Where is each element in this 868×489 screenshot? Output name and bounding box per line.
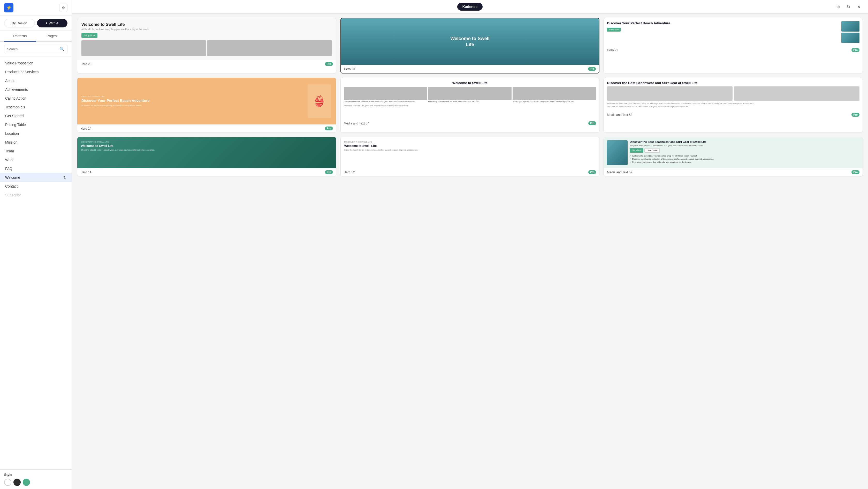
hero14-label: Hero 14 — [81, 127, 92, 131]
hero14-subtitle: At Swell Life, we have everything you ne… — [82, 104, 332, 107]
hero14-pro-badge: Pro — [325, 126, 333, 131]
media52-right: Discover the Best Beachwear and Surf Gea… — [630, 140, 860, 165]
media52-buttons: Shop Now Learn More — [630, 148, 860, 153]
hero21-label: Hero 21 — [607, 48, 618, 52]
style-colors — [4, 479, 67, 486]
bottom1-sub: Shop the latest trends in beachwear, sur… — [81, 149, 333, 151]
hero21-pro-badge: Pro — [851, 48, 860, 52]
topbar: Kadence ⊕ ↻ ✕ — [72, 0, 868, 14]
sidebar-item-achievements[interactable]: Achievements — [0, 85, 71, 94]
hero14-text: WELCOME TO SWELL LIFE Discover Your Perf… — [82, 96, 332, 107]
search-input[interactable] — [7, 47, 57, 51]
sidebar-item-subscribe[interactable]: Subscribe — [0, 191, 71, 200]
media57-img3: Protect your eyes with our stylish sungl… — [513, 87, 596, 103]
card-footer-bottom2: Hero 12 Pro — [341, 168, 599, 176]
card-preview-media52: Discover the Best Beachwear and Surf Gea… — [604, 137, 863, 168]
tab-patterns[interactable]: Patterns — [4, 31, 36, 41]
card-media57[interactable]: Welcome to Swell Life Discover our diver… — [340, 78, 600, 133]
media58-pro-badge: Pro — [851, 113, 860, 117]
hero25-title: Welcome to Swell Life — [82, 22, 332, 27]
tab-row: Patterns Pages — [0, 31, 71, 42]
hero21-title: Discover Your Perfect Beach Adventure — [607, 21, 839, 25]
card-footer-bottom1: Hero 11 Pro — [77, 168, 336, 176]
sidebar-item-get-started[interactable]: Get Started — [0, 112, 71, 120]
card-hero21[interactable]: Discover Your Perfect Beach Adventure Sh… — [603, 18, 863, 74]
color-dark[interactable] — [13, 479, 21, 486]
hero25-pro-badge: Pro — [325, 62, 333, 66]
color-green[interactable] — [23, 479, 30, 486]
hero14-overlay: 👙 — [308, 84, 331, 118]
bottom1-label: Hero 11 — [81, 171, 92, 174]
bottom2-pro-badge: Pro — [588, 170, 596, 174]
tab-pages[interactable]: Pages — [36, 31, 68, 41]
sidebar-item-call-to-action[interactable]: Call to Action — [0, 94, 71, 103]
card-footer-media52: Media and Text 52 Pro — [604, 168, 863, 176]
style-label: Style — [4, 473, 67, 477]
card-media58[interactable]: Discover the Best Beachwear and Surf Gea… — [603, 78, 863, 133]
sidebar-item-team[interactable]: Team — [0, 147, 71, 155]
media57-label: Media and Text 57 — [344, 122, 369, 125]
card-footer-hero25: Hero 25 Pro — [77, 60, 336, 68]
close-button[interactable]: ✕ — [855, 3, 863, 11]
card-hero-bottom2[interactable]: DISCOVER THE SWELL LIFE Welcome to Swell… — [340, 137, 600, 176]
media58-img2 — [734, 86, 860, 100]
refresh-icon: ↻ — [63, 175, 66, 179]
toggle-row: By Design ✦ With AI — [0, 16, 71, 31]
add-section-button[interactable]: ⊕ — [834, 3, 842, 11]
main-area: Kadence ⊕ ↻ ✕ Welcome to Swell Life At S… — [72, 0, 868, 489]
sidebar-header: ⚡ ⚙ — [0, 0, 71, 16]
media57-caption1: Discover our diverse collection of beach… — [344, 100, 427, 103]
card-media52[interactable]: Discover the Best Beachwear and Surf Gea… — [603, 137, 863, 176]
media58-label: Media and Text 58 — [607, 113, 632, 117]
refresh-button[interactable]: ↻ — [844, 3, 852, 11]
card-hero25[interactable]: Welcome to Swell Life At Swell Life, we … — [77, 18, 336, 74]
search-input-wrap: 🔍 — [4, 45, 67, 53]
by-design-toggle[interactable]: By Design — [4, 19, 35, 27]
media57-images: Discover our diverse collection of beach… — [344, 87, 596, 103]
sidebar-item-faq[interactable]: FAQ — [0, 164, 71, 173]
hero14-label-small: WELCOME TO SWELL LIFE — [82, 96, 332, 97]
media58-sub2: Discover our diverse collection of beach… — [607, 105, 860, 108]
sidebar-item-work[interactable]: Work — [0, 155, 71, 164]
hero21-img2 — [841, 33, 860, 43]
hero25-img1 — [82, 40, 206, 56]
hero21-images — [841, 21, 860, 43]
sidebar-item-value-proposition[interactable]: Value Proposition — [0, 59, 71, 67]
settings-button[interactable]: ⚙ — [59, 4, 67, 12]
sidebar-item-products-or-services[interactable]: Products or Services — [0, 67, 71, 76]
media58-sub1: Welcome to Swell Life, your one-stop sho… — [607, 102, 860, 105]
sidebar: ⚡ ⚙ By Design ✦ With AI Patterns Pages 🔍… — [0, 0, 72, 489]
media57-caption3: Protect your eyes with our stylish sungl… — [513, 100, 596, 103]
card-preview-hero21: Discover Your Perfect Beach Adventure Sh… — [604, 18, 863, 46]
hero23-text: Welcome to SwellLife — [450, 36, 490, 48]
sidebar-item-mission[interactable]: Mission — [0, 138, 71, 147]
bottom2-title: Welcome to Swell Life — [344, 144, 596, 148]
sidebar-item-testimonials[interactable]: Testimonials — [0, 103, 71, 112]
sidebar-item-about[interactable]: About — [0, 76, 71, 85]
sidebar-item-location[interactable]: Location — [0, 129, 71, 138]
card-hero-bottom1[interactable]: DISCOVER THE SWELL LIFE Welcome to Swell… — [77, 137, 336, 176]
with-ai-toggle[interactable]: ✦ With AI — [37, 19, 68, 27]
media52-shop-btn: Shop Now — [630, 148, 643, 153]
hero14-title: Discover Your Perfect Beach Adventure — [82, 98, 332, 103]
hero25-images — [82, 40, 332, 56]
bottom1-label-small: DISCOVER THE SWELL LIFE — [81, 141, 333, 143]
card-hero14[interactable]: WELCOME TO SWELL LIFE Discover Your Perf… — [77, 78, 336, 133]
card-hero23[interactable]: Welcome to SwellLife Hero 23 Pro — [340, 18, 600, 74]
sidebar-item-contact[interactable]: Contact — [0, 182, 71, 191]
card-preview-hero14: WELCOME TO SWELL LIFE Discover Your Perf… — [77, 78, 336, 124]
sidebar-item-welcome[interactable]: Welcome ↻ — [0, 173, 71, 182]
hero25-label: Hero 25 — [81, 62, 92, 66]
media57-pro-badge: Pro — [588, 121, 596, 125]
bottom2-label: Hero 12 — [344, 171, 355, 174]
color-white[interactable] — [4, 479, 11, 486]
media52-label: Media and Text 52 — [607, 171, 632, 174]
media52-left-image — [607, 140, 628, 165]
hero23-pro-badge: Pro — [588, 67, 596, 71]
hero25-subtitle: At Swell Life, we have everything you ne… — [82, 28, 332, 31]
bottom2-label-small: DISCOVER THE SWELL LIFE — [344, 141, 596, 143]
sidebar-item-pricing-table[interactable]: Pricing Table — [0, 120, 71, 129]
card-footer-hero14: Hero 14 Pro — [77, 124, 336, 133]
media52-sub: Shop the latest trends in beachwear, sur… — [630, 144, 860, 147]
card-footer-hero21: Hero 21 Pro — [604, 46, 863, 54]
